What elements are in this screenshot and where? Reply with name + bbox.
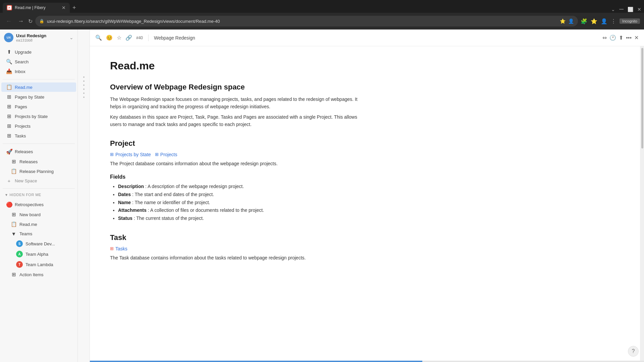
- sidebar-item-pages[interactable]: ⊞ Pages: [1, 102, 76, 111]
- minimize-button[interactable]: ─: [619, 6, 624, 13]
- star-icon[interactable]: ⭐: [560, 18, 566, 24]
- progress-bar-area: [90, 361, 644, 362]
- maximize-button[interactable]: ⬜: [628, 7, 633, 12]
- sidebar-item-releases-space[interactable]: 🚀 Releases: [1, 147, 76, 157]
- main-content: 🔍 😊 ☆ 🔗 #40 Webpage Redesign ⇔ 🕐 ⬆ ••• ✕…: [90, 29, 644, 362]
- doc-scrollbar-thumb[interactable]: [641, 48, 643, 148]
- workspace-header[interactable]: UX Uxui Redesign ea131bb8 ⌄: [0, 29, 77, 46]
- doc-toolbar: 🔍 😊 ☆ 🔗 #40 Webpage Redesign ⇔ 🕐 ⬆ ••• ✕: [90, 29, 644, 46]
- sidebar-item-upgrade[interactable]: ⬆ Upgrade: [1, 47, 76, 57]
- sidebar-item-retrospectives[interactable]: 🔴 Retrospectives: [1, 200, 76, 209]
- tasks-link-label: Tasks: [115, 246, 127, 251]
- export-icon[interactable]: ⬆: [619, 35, 623, 41]
- sidebar-item-releases[interactable]: ⊞ Releases: [1, 157, 76, 166]
- hidden-items: 🔴 Retrospectives ⊞ New board 📋 Read.me ▼…: [0, 198, 77, 281]
- sidebar-item-action-items[interactable]: ⊞ Action Items: [1, 270, 76, 279]
- doc-scrollbar-track[interactable]: [640, 46, 644, 361]
- doc-task-desc: The Task database contains information a…: [110, 254, 365, 261]
- profile-menu-icon[interactable]: 👤: [601, 18, 607, 24]
- link-count-badge[interactable]: #40: [136, 36, 143, 40]
- doc-project-desc: The Project database contains informatio…: [110, 160, 365, 167]
- doc-li-description: Description : A description of the webpa…: [118, 183, 365, 191]
- new-space-plus-icon: +: [6, 178, 12, 184]
- sidebar-item-label-projects-by-state: Projects by State: [15, 114, 71, 119]
- back-button[interactable]: ←: [4, 18, 13, 25]
- history-icon[interactable]: 🕐: [609, 35, 616, 41]
- sidebar-item-new-space[interactable]: + New Space: [1, 176, 76, 185]
- inbox-icon: 📥: [6, 68, 12, 74]
- sidebar-item-label-release-planning: Release Planning: [19, 169, 71, 174]
- tasks-icon: ⊞: [6, 133, 12, 139]
- active-tab[interactable]: F Read.me | Fibery ✕: [3, 3, 70, 13]
- workspace-id: ea131bb8: [16, 38, 67, 42]
- sidebar-item-label-releases-space: Releases: [15, 149, 71, 154]
- tab-favicon: F: [7, 5, 12, 10]
- sidebar-item-label-inbox: Inbox: [15, 69, 71, 74]
- address-bar[interactable]: 🔒 uxui-redesign.fibery.io/search/g8WpW#W…: [35, 16, 578, 26]
- reload-button[interactable]: ↻: [28, 18, 33, 24]
- field-desc-name: : The name or identifier of the project.: [132, 200, 210, 205]
- webpage-redesign-space: 📋 Read.me ⊞ Pages by State ⊞ Pages ⊞ Pro…: [0, 81, 77, 142]
- tab-down-button[interactable]: ⌄: [611, 7, 615, 12]
- help-button[interactable]: ?: [628, 346, 639, 357]
- star-toolbar-icon[interactable]: ☆: [117, 35, 121, 41]
- team-lambda-avatar: T: [16, 261, 23, 268]
- field-desc-description: : A description of the webpage redesign …: [145, 184, 244, 189]
- sidebar-item-team-lambda[interactable]: T Team Lambda: [1, 259, 76, 269]
- close-doc-icon[interactable]: ✕: [634, 35, 639, 41]
- close-window-button[interactable]: ✕: [637, 7, 641, 12]
- upgrade-icon: ⬆: [6, 49, 12, 55]
- toolbar-breadcrumb: Webpage Redesign: [154, 35, 598, 41]
- sidebar-item-software-dev[interactable]: S Software Dev...: [1, 239, 76, 249]
- sidebar-item-label-new-board: New board: [19, 212, 71, 217]
- readme-hidden-icon: 📋: [11, 221, 17, 227]
- doc-li-dates: Dates : The start and end dates of the p…: [118, 191, 365, 199]
- sidebar-item-pages-by-state[interactable]: ⊞ Pages by State: [1, 92, 76, 102]
- field-desc-status: : The current status of the project.: [134, 216, 204, 221]
- sidebar-item-label-retrospectives: Retrospectives: [15, 202, 71, 207]
- projects-link[interactable]: ⊞ Projects: [155, 152, 177, 157]
- profile-icon[interactable]: 👤: [568, 18, 574, 24]
- emoji-icon[interactable]: 😊: [106, 35, 113, 41]
- sidebar-item-readme[interactable]: 📋 Read.me: [1, 82, 76, 92]
- sidebar-item-team-alpha[interactable]: A Team Alpha: [1, 249, 76, 259]
- expand-icon[interactable]: ⇔: [602, 35, 607, 41]
- field-desc-attachments: : A collection of files or documents rel…: [148, 207, 264, 213]
- incognito-badge: Incognito: [620, 18, 640, 24]
- sidebar-item-release-planning[interactable]: 📋 Release Planning: [1, 167, 76, 176]
- forward-button[interactable]: →: [16, 18, 25, 25]
- panel-dot-2: [83, 80, 85, 82]
- browser-toolbar: ← → ↻ 🔒 uxui-redesign.fibery.io/search/g…: [0, 13, 644, 29]
- sidebar-item-teams[interactable]: ▼ Teams: [1, 229, 76, 238]
- projects-icon: ⊞: [6, 123, 12, 129]
- lock-icon: 🔒: [39, 19, 44, 23]
- sidebar-item-search[interactable]: 🔍 Search: [1, 57, 76, 66]
- sidebar-item-tasks[interactable]: ⊞ Tasks: [1, 131, 76, 140]
- more-options-icon[interactable]: •••: [626, 35, 632, 41]
- sidebar-item-projects-by-state[interactable]: ⊞ Projects by State: [1, 112, 76, 121]
- new-tab-button[interactable]: +: [70, 3, 79, 13]
- tab-close-button[interactable]: ✕: [62, 5, 66, 10]
- sidebar-item-projects[interactable]: ⊞ Projects: [1, 121, 76, 131]
- hidden-chevron-icon: ▼: [5, 193, 8, 197]
- extensions-icon[interactable]: 🧩: [581, 18, 587, 24]
- sidebar-item-label-readme-hidden: Read.me: [19, 222, 71, 227]
- projects-by-state-link[interactable]: ⊞ Projects by State: [110, 152, 151, 157]
- pages-by-state-icon: ⊞: [6, 94, 12, 100]
- browser-menu-icon[interactable]: ⋮: [611, 18, 616, 24]
- sidebar-item-new-board[interactable]: ⊞ New board: [1, 210, 76, 219]
- sidebar-item-label-pages: Pages: [15, 104, 71, 109]
- link-icon[interactable]: 🔗: [125, 35, 132, 41]
- search-toolbar-icon[interactable]: 🔍: [95, 35, 102, 41]
- hidden-section-header[interactable]: ▼ Hidden for Me: [0, 190, 77, 198]
- sidebar-item-readme-hidden[interactable]: 📋 Read.me: [1, 220, 76, 229]
- releases-space: 🚀 Releases ⊞ Releases 📋 Release Planning…: [0, 145, 77, 187]
- bookmark-star-icon[interactable]: ⭐: [591, 18, 597, 24]
- sidebar-item-label-readme: Read.me: [15, 85, 71, 90]
- tasks-link[interactable]: ⊞ Tasks: [110, 246, 127, 251]
- panel-dot-5: [83, 93, 85, 94]
- toolbar-divider: [148, 35, 149, 41]
- app-container: UX Uxui Redesign ea131bb8 ⌄ ⬆ Upgrade 🔍 …: [0, 29, 644, 362]
- doc-toolbar-right: ⇔ 🕐 ⬆ ••• ✕: [602, 35, 639, 41]
- sidebar-item-inbox[interactable]: 📥 Inbox: [1, 67, 76, 76]
